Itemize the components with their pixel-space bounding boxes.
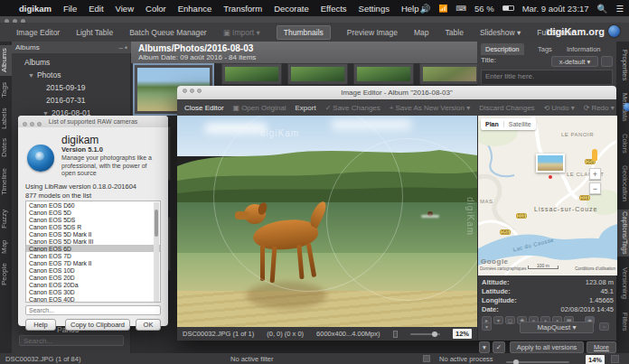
editor-titlebar[interactable]: Image Editor - Album "2016-08-03" bbox=[177, 86, 616, 99]
tree-item-date1[interactable]: 2015-09-19 bbox=[46, 83, 85, 92]
camera-row[interactable]: Canon EOS 30D bbox=[26, 288, 160, 295]
editor-zoom-slider[interactable] bbox=[410, 333, 440, 335]
menu-settings[interactable]: Settings bbox=[359, 4, 390, 14]
menu-edit[interactable]: Edit bbox=[89, 4, 103, 14]
minimize-icon[interactable] bbox=[30, 122, 34, 126]
batch-queue-manager-button[interactable]: Batch Queue Manager bbox=[129, 28, 207, 37]
thumbnail[interactable] bbox=[221, 63, 282, 85]
thumbnail-size-slider[interactable] bbox=[506, 357, 569, 364]
table-button[interactable]: Table bbox=[446, 28, 464, 37]
fit-checkbox[interactable] bbox=[393, 331, 399, 338]
image-editor-button[interactable]: Image Editor bbox=[16, 28, 60, 37]
sidebar-tab-fuzzy[interactable]: Fuzzy bbox=[0, 206, 12, 231]
ok-button[interactable]: OK bbox=[136, 319, 161, 331]
right-tab-captions-tags[interactable]: Captions/Tags bbox=[616, 210, 629, 257]
camera-search-input[interactable] bbox=[25, 305, 161, 315]
save-as-new-version-button[interactable]: +Save As New Version ▾ bbox=[390, 104, 470, 112]
camera-row[interactable]: Canon EOS 40D bbox=[26, 295, 160, 303]
sidebar-tab-dates[interactable]: Dates bbox=[0, 135, 12, 161]
sidebar-tab-map[interactable]: Map bbox=[0, 237, 12, 257]
menu-view[interactable]: View bbox=[116, 4, 134, 14]
open-original-button[interactable]: ▣Open Original bbox=[233, 104, 286, 112]
undo-button[interactable]: ⟲Undo ▾ bbox=[544, 104, 575, 112]
collapse-icon[interactable]: – ▪ bbox=[118, 43, 127, 51]
copy-to-clipboard-button[interactable]: Copy to Clipboard bbox=[65, 319, 130, 331]
apply-to-all-versions-button[interactable]: Apply to all versions bbox=[510, 341, 584, 353]
map-settings-button[interactable]: ▫ bbox=[599, 322, 609, 331]
volume-icon[interactable]: 🔊 bbox=[420, 4, 431, 14]
camera-list[interactable]: Canon EOS D60 Canon EOS 5D Canon EOS 5DS… bbox=[25, 201, 161, 303]
close-icon[interactable] bbox=[23, 122, 27, 126]
camera-row[interactable]: Canon EOS 10D bbox=[26, 266, 160, 274]
tab-tags[interactable]: Tags bbox=[533, 43, 557, 55]
map-provider-select[interactable]: MapQuest ▾ bbox=[520, 322, 594, 333]
light-table-button[interactable]: Light Table bbox=[76, 28, 113, 37]
slideshow-button[interactable]: Slideshow ▾ bbox=[480, 28, 521, 37]
notification-center-icon[interactable]: ☰ bbox=[615, 4, 624, 14]
thumbnail[interactable] bbox=[353, 63, 414, 85]
apply-icon-button[interactable]: ✓ bbox=[493, 341, 505, 353]
save-changes-button[interactable]: ✓Save Changes bbox=[325, 104, 380, 112]
albums-panel-header[interactable]: Albums– ▪ bbox=[12, 42, 131, 53]
camera-row[interactable]: Canon EOS 5DS bbox=[26, 216, 160, 223]
camera-row[interactable]: Canon EOS 5D Mark II bbox=[26, 230, 160, 238]
filter-icon[interactable] bbox=[423, 355, 430, 362]
export-button[interactable]: Export bbox=[296, 104, 316, 112]
select-tool-button[interactable]: Select Tool ▾ bbox=[624, 103, 629, 112]
more-button[interactable]: More bbox=[587, 341, 616, 353]
sidebar-tab-people[interactable]: People bbox=[0, 260, 12, 289]
chevron-down-icon[interactable]: ▾ bbox=[482, 322, 492, 331]
sidebar-tab-labels[interactable]: Labels bbox=[0, 105, 12, 132]
map-zoom-in-button[interactable]: + bbox=[589, 168, 601, 180]
menu-effects[interactable]: Effects bbox=[321, 4, 347, 14]
sidebar-tab-timeline[interactable]: Timeline bbox=[0, 164, 12, 199]
wifi-icon[interactable]: 📶 bbox=[438, 5, 447, 13]
main-window-titlebar[interactable] bbox=[0, 16, 629, 23]
tree-item-albums[interactable]: Albums bbox=[24, 58, 50, 67]
keyboard-icon[interactable]: ⌨ bbox=[455, 5, 466, 13]
right-tab-geolocation[interactable]: Geolocation bbox=[616, 161, 629, 206]
right-tab-colors[interactable]: Colors bbox=[616, 130, 629, 157]
chevron-down-icon[interactable]: ▾ bbox=[479, 341, 490, 353]
tab-information[interactable]: Information bbox=[562, 43, 606, 55]
title-input[interactable]: Enter title here. bbox=[481, 70, 613, 85]
menu-enhance[interactable]: Enhance bbox=[178, 4, 212, 14]
camera-row[interactable]: Canon EOS 5D bbox=[26, 209, 160, 216]
preview-image-button[interactable]: Preview Image bbox=[347, 28, 398, 37]
spotlight-icon[interactable]: 🔍 bbox=[597, 4, 608, 14]
menu-file[interactable]: File bbox=[63, 4, 77, 14]
right-tab-properties[interactable]: Properties bbox=[616, 45, 629, 85]
camera-row[interactable]: Canon EOS 5D Mark III bbox=[26, 238, 160, 245]
map-plan-button[interactable]: Plan bbox=[481, 121, 504, 127]
menu-transform[interactable]: Transform bbox=[223, 4, 262, 14]
thumbnail[interactable] bbox=[419, 63, 480, 85]
discard-changes-button[interactable]: Discard Changes bbox=[479, 104, 534, 112]
camera-row[interactable]: Canon EOS D60 bbox=[26, 201, 160, 209]
close-editor-button[interactable]: Close Editor bbox=[184, 104, 224, 112]
camera-row[interactable]: Canon EOS 20D bbox=[26, 274, 160, 281]
help-button[interactable]: Help bbox=[25, 319, 56, 331]
map-button[interactable]: Map bbox=[414, 28, 429, 37]
language-extra-button[interactable] bbox=[601, 56, 613, 67]
pegman-icon[interactable] bbox=[592, 149, 597, 161]
zoom-in-button[interactable] bbox=[611, 355, 619, 363]
photo-map-marker[interactable] bbox=[536, 154, 565, 173]
map-satellite-button[interactable]: Satellite bbox=[504, 121, 536, 127]
camera-list-scrollbar[interactable] bbox=[154, 202, 159, 303]
sidebar-tab-tags[interactable]: Tags bbox=[0, 79, 12, 101]
editor-canvas[interactable]: digiKam digiKam bbox=[177, 116, 477, 327]
sidebar-tab-albums[interactable]: Albums bbox=[0, 45, 12, 76]
map-terms-link[interactable]: Conditions d'utilisation bbox=[575, 266, 615, 271]
menu-app[interactable]: digikam bbox=[19, 4, 52, 14]
map-zoom-out-button[interactable]: − bbox=[589, 182, 601, 194]
camera-row-selected[interactable]: Canon EOS 6D bbox=[26, 245, 160, 252]
album-search-input[interactable] bbox=[19, 335, 124, 346]
thumbnail[interactable] bbox=[287, 63, 348, 85]
camera-row[interactable]: Canon EOS 20Da bbox=[26, 281, 160, 288]
redo-button[interactable]: ⟳Redo ▾ bbox=[584, 104, 615, 112]
camera-row[interactable]: Canon EOS 7D Mark II bbox=[26, 259, 160, 266]
zoom-icon[interactable] bbox=[37, 122, 42, 126]
right-tab-versioning[interactable]: Versioning bbox=[616, 264, 629, 303]
expand-arrow-icon[interactable]: ▼ bbox=[28, 72, 34, 79]
camera-row[interactable]: Canon EOS 5DS R bbox=[26, 223, 160, 230]
